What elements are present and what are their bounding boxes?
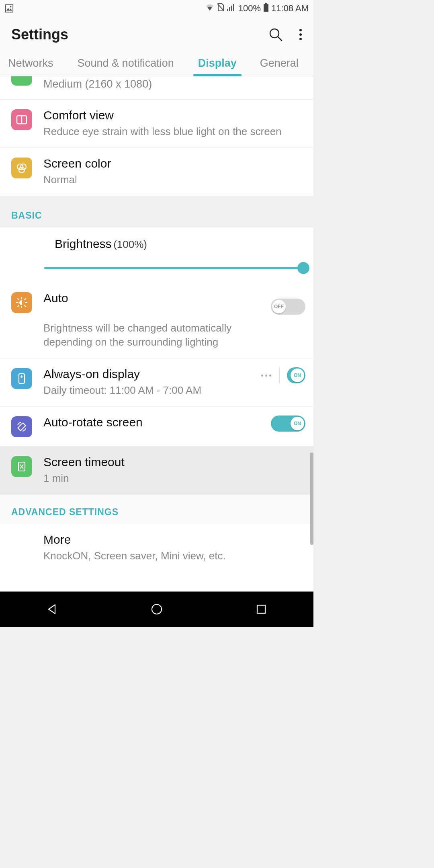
svg-rect-4: [229, 7, 230, 11]
signal-icon: [227, 3, 236, 14]
svg-line-27: [25, 299, 26, 300]
item-auto-brightness[interactable]: Auto Brightness will be changed automati…: [0, 282, 313, 358]
battery-icon: [263, 3, 269, 14]
brightness-icon: [11, 292, 32, 313]
svg-point-12: [299, 33, 302, 36]
svg-rect-3: [227, 9, 228, 11]
item-auto-rotate[interactable]: Auto-rotate screen ON: [0, 407, 313, 446]
item-title: More: [43, 533, 305, 547]
scrollbar[interactable]: [310, 452, 313, 545]
item-more[interactable]: More KnockON, Screen saver, Mini view, e…: [0, 524, 313, 572]
svg-rect-8: [264, 4, 268, 12]
screenshot-icon: [5, 4, 14, 13]
svg-rect-0: [6, 5, 13, 12]
status-bar: 100% 11:08 AM: [0, 0, 313, 17]
item-desc: Daily timeout: 11:00 AM - 7:00 AM: [43, 383, 261, 397]
aod-options-button[interactable]: [261, 367, 280, 383]
resolution-icon: [11, 76, 32, 86]
svg-rect-6: [233, 4, 234, 11]
always-on-display-icon: [11, 368, 32, 389]
brightness-slider[interactable]: [44, 262, 309, 274]
item-desc: 1 min: [43, 471, 305, 485]
resolution-value: Medium (868 x 434): [43, 78, 152, 90]
item-screen-resolution[interactable]: Medium (868 x 434): [0, 76, 313, 100]
item-title: Auto-rotate screen: [43, 416, 261, 429]
clock: 11:08 AM: [271, 3, 309, 14]
item-comfort-view[interactable]: Comfort view Reduce eye strain with less…: [0, 100, 313, 148]
item-title: Auto: [43, 291, 261, 305]
settings-list[interactable]: Medium (868 x 434) Comfort view Reduce…: [0, 76, 313, 592]
item-screen-timeout[interactable]: Screen timeout 1 min: [0, 446, 313, 494]
aod-toggle[interactable]: ON: [287, 367, 305, 383]
svg-point-11: [299, 29, 302, 31]
page-title: Settings: [11, 26, 68, 43]
item-title: Comfort view: [43, 108, 305, 122]
svg-point-13: [299, 38, 302, 40]
svg-line-25: [25, 305, 26, 307]
navigation-bar: [0, 592, 313, 627]
tab-general[interactable]: General: [260, 53, 299, 76]
item-desc: Brightness will be changed automatically…: [43, 321, 261, 349]
svg-rect-36: [257, 605, 265, 613]
search-button[interactable]: [268, 27, 283, 42]
item-desc: Normal: [43, 173, 305, 187]
screen-timeout-icon: [11, 456, 32, 477]
svg-line-26: [18, 305, 19, 307]
no-sim-icon: [217, 3, 225, 14]
back-button[interactable]: [32, 597, 72, 621]
section-basic: BASIC: [0, 196, 313, 227]
svg-line-24: [18, 299, 19, 300]
home-button[interactable]: [137, 597, 177, 621]
battery-pct: 100%: [238, 3, 261, 14]
comfort-view-icon: [11, 109, 32, 130]
brightness-value: (100%): [113, 238, 147, 250]
svg-line-10: [278, 37, 282, 41]
item-screen-color[interactable]: Screen color Normal: [0, 148, 313, 196]
svg-rect-33: [18, 423, 26, 431]
item-always-on-display[interactable]: Always-on display Daily timeout: 11:00 A…: [0, 358, 313, 407]
svg-point-29: [21, 376, 23, 378]
auto-rotate-toggle[interactable]: ON: [271, 416, 305, 432]
recents-button[interactable]: [241, 597, 281, 621]
slider-thumb[interactable]: [297, 262, 309, 274]
svg-point-35: [152, 604, 162, 614]
app-header: Settings: [0, 17, 313, 52]
auto-rotate-icon: [11, 416, 32, 437]
svg-rect-5: [231, 6, 232, 11]
item-title: Always-on display: [43, 367, 261, 381]
tab-networks[interactable]: Networks: [8, 53, 53, 76]
tab-display[interactable]: Display: [198, 53, 237, 76]
tab-sound[interactable]: Sound & notification: [78, 53, 174, 76]
brightness-label: Brightness: [55, 237, 112, 250]
item-desc: Reduce eye strain with less blue light o…: [43, 125, 305, 139]
section-advanced: ADVANCED SETTINGS: [0, 495, 313, 524]
svg-rect-7: [265, 3, 267, 4]
item-desc: KnockON, Screen saver, Mini view, etc.: [43, 549, 305, 563]
screen-color-icon: [11, 158, 32, 178]
tabs: Networks Sound & notification Display Ge…: [0, 52, 313, 76]
wifi-icon: [205, 3, 214, 14]
overflow-menu-button[interactable]: [299, 29, 302, 41]
svg-point-9: [270, 29, 279, 38]
item-title: Screen color: [43, 157, 305, 170]
auto-brightness-toggle[interactable]: OFF: [271, 299, 305, 315]
item-brightness: Brightness (100%): [0, 227, 313, 251]
svg-point-1: [10, 6, 12, 8]
item-title: Screen timeout: [43, 455, 305, 469]
